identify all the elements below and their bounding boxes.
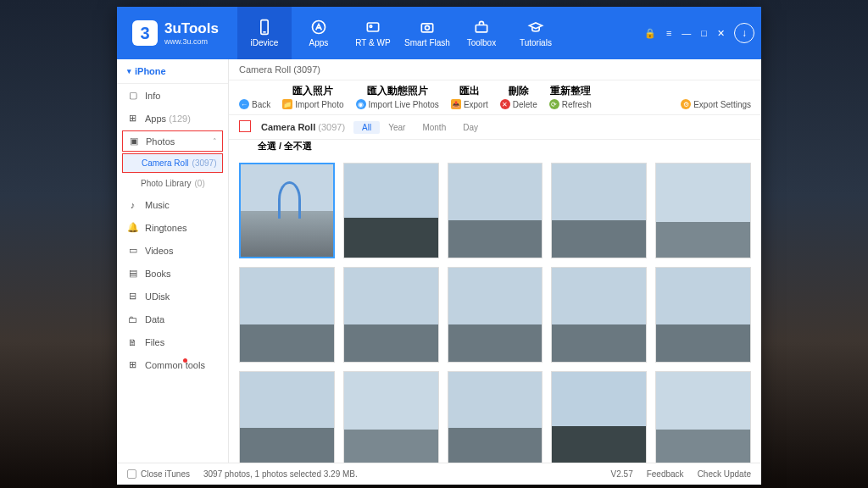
import-live-button[interactable]: 匯入動態照片 ◉Import Live Photos — [356, 84, 439, 109]
folder-icon: 🗀 — [127, 313, 138, 324]
delete-icon: ✕ — [500, 99, 510, 109]
maximize-icon[interactable]: □ — [698, 26, 709, 41]
nav-smartflash[interactable]: Smart Flash — [400, 7, 454, 59]
sidebar-header[interactable]: iPhone — [117, 59, 228, 84]
photo-thumbnail[interactable] — [655, 267, 751, 363]
filter-year[interactable]: Year — [380, 121, 414, 134]
svg-rect-7 — [476, 25, 487, 32]
toolbox-icon — [473, 19, 490, 36]
sidebar-sub-label: Photo Library — [141, 179, 191, 188]
phone-icon — [256, 19, 273, 36]
nav-apps[interactable]: Apps — [292, 7, 346, 59]
lock-icon[interactable]: 🔒 — [642, 26, 659, 41]
gear-icon: ⚙ — [681, 99, 691, 109]
sidebar-sub-camera-roll[interactable]: Camera Roll(3097) — [122, 153, 223, 173]
nav-rtwp[interactable]: RT & WP — [346, 7, 400, 59]
photo-thumbnail[interactable] — [343, 163, 439, 258]
photo-thumbnail[interactable] — [551, 163, 647, 258]
export-icon: 📤 — [451, 99, 461, 109]
filter-day[interactable]: Day — [454, 121, 487, 134]
sidebar-sub-label: Camera Roll — [142, 158, 189, 168]
import-photo-button[interactable]: 匯入照片 📁Import Photo — [282, 84, 343, 109]
breadcrumb: Camera Roll (3097) — [229, 59, 761, 80]
refresh-icon: ⟳ — [549, 99, 559, 109]
sidebar-item-data[interactable]: 🗀Data — [117, 308, 228, 330]
tool-label: Export — [464, 100, 488, 109]
tool-label: Back — [252, 100, 270, 109]
bell-icon: 🔔 — [127, 222, 138, 233]
nav-toolbox-label: Toolbox — [467, 38, 496, 47]
refresh-button[interactable]: 重新整理 ⟳Refresh — [549, 84, 592, 109]
photo-thumbnail[interactable] — [655, 163, 751, 258]
photo-thumbnail[interactable] — [448, 267, 543, 363]
svg-rect-3 — [367, 23, 378, 31]
photo-thumbnail[interactable] — [239, 267, 335, 363]
file-icon: 🗎 — [127, 336, 138, 347]
back-button[interactable]: ←Back — [239, 86, 270, 109]
sidebar-item-books[interactable]: ▤Books — [117, 262, 228, 285]
svg-point-6 — [425, 25, 429, 30]
sidebar-item-label: Music — [145, 200, 170, 210]
delete-button[interactable]: 刪除 ✕Delete — [500, 84, 537, 109]
photo-thumbnail[interactable] — [551, 371, 647, 463]
sidebar-item-udisk[interactable]: ⊟UDisk — [117, 285, 228, 308]
tool-label-cn: 刪除 — [509, 84, 529, 98]
nav-idevice-label: iDevice — [251, 38, 279, 47]
menu-icon[interactable]: ≡ — [664, 26, 674, 41]
photo-thumbnail[interactable] — [551, 267, 647, 363]
sidebar-item-common-tools[interactable]: ⊞Common tools — [117, 353, 228, 376]
download-button[interactable]: ↓ — [734, 23, 754, 43]
filter-month[interactable]: Month — [414, 121, 454, 134]
export-button[interactable]: 匯出 📤Export — [451, 84, 488, 109]
music-icon: ♪ — [127, 199, 138, 210]
check-update-link[interactable]: Check Update — [698, 469, 751, 479]
tool-label-cn: 匯入照片 — [292, 84, 333, 98]
sidebar-item-videos[interactable]: ▭Videos — [117, 239, 228, 262]
sidebar-item-ringtones[interactable]: 🔔Ringtones — [117, 216, 228, 239]
photo-thumbnail[interactable] — [448, 371, 543, 463]
logo-block: 3 3uTools www.3u.com — [117, 20, 234, 46]
live-icon: ◉ — [356, 99, 366, 109]
close-icon[interactable]: ✕ — [715, 26, 727, 41]
status-bar: Close iTunes 3097 photos, 1 photos selec… — [117, 463, 761, 485]
sidebar-item-music[interactable]: ♪Music — [117, 193, 228, 216]
logo-icon: 3 — [132, 20, 158, 46]
appstore-icon — [310, 19, 327, 36]
nav-tutorials[interactable]: Tutorials — [509, 7, 563, 59]
photo-thumbnail[interactable] — [239, 163, 335, 258]
close-itunes-toggle[interactable]: Close iTunes — [127, 469, 190, 479]
sidebar-sub-photo-library[interactable]: Photo Library(0) — [117, 174, 228, 193]
filter-all[interactable]: All — [353, 121, 380, 134]
brand-name: 3uTools — [164, 20, 219, 37]
video-icon: ▭ — [127, 245, 138, 256]
nav-apps-label: Apps — [309, 38, 329, 47]
album-label: Camera Roll — [261, 122, 315, 132]
select-all-checkbox[interactable] — [239, 120, 253, 134]
sidebar-item-info[interactable]: ▢Info — [117, 84, 228, 107]
nav-toolbox[interactable]: Toolbox — [454, 7, 509, 59]
export-settings-button[interactable]: ⚙Export Settings — [681, 86, 751, 109]
notification-dot-icon — [183, 358, 187, 363]
info-icon: ▢ — [127, 90, 138, 101]
main-panel: Camera Roll (3097) ←Back 匯入照片 📁Import Ph… — [229, 59, 761, 463]
svg-point-4 — [370, 25, 372, 28]
photo-thumbnail[interactable] — [448, 163, 543, 258]
select-all-label-cn: 全選 / 全不選 — [229, 140, 761, 156]
nav-tabs: iDevice Apps RT & WP Smart Flash Toolbox… — [237, 7, 563, 59]
photo-thumbnail[interactable] — [343, 267, 439, 363]
photo-thumbnail[interactable] — [239, 371, 335, 463]
nav-idevice[interactable]: iDevice — [237, 7, 292, 59]
sidebar-item-photos[interactable]: ▣Photos˄ — [122, 130, 223, 152]
sidebar-item-label: Common tools — [145, 360, 205, 370]
photo-thumbnail[interactable] — [655, 371, 751, 463]
sidebar-item-label: Ringtones — [145, 223, 187, 233]
photo-thumbnail[interactable] — [343, 371, 439, 463]
feedback-link[interactable]: Feedback — [647, 469, 684, 479]
app-window: 3 3uTools www.3u.com iDevice Apps RT & W… — [117, 7, 761, 485]
titlebar: 3 3uTools www.3u.com iDevice Apps RT & W… — [117, 7, 761, 59]
sidebar-item-files[interactable]: 🗎Files — [117, 330, 228, 353]
sidebar-item-apps[interactable]: ⊞Apps (129) — [117, 107, 228, 130]
minimize-icon[interactable]: — — [679, 26, 693, 41]
sidebar-item-label: Apps (129) — [145, 114, 191, 124]
sidebar-item-label: Books — [145, 269, 171, 279]
